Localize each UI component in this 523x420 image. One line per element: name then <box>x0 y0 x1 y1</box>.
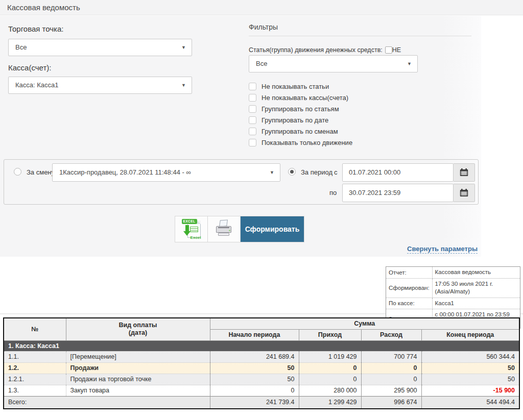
info-value: Кассовая ведомость <box>432 267 520 279</box>
page-title: Кассовая ведомость <box>7 3 80 12</box>
total-label: Всего: <box>4 396 210 409</box>
table-row: 1.2. Продажи 50 0 0 50 <box>4 362 519 374</box>
group-by-shift-checkbox[interactable] <box>249 128 256 135</box>
printer-icon <box>214 219 234 239</box>
hide-cash-accounts-checkbox[interactable] <box>249 94 256 102</box>
cell-end: 50 <box>421 362 519 374</box>
cell-end: 50 <box>421 374 519 385</box>
date-to-calendar-button[interactable] <box>454 184 475 202</box>
filter-option-label: Не показывать кассы(счета) <box>262 94 348 102</box>
group-by-article-checkbox[interactable] <box>249 105 256 113</box>
cell-name: Закуп товара <box>66 385 210 396</box>
col-payment-header: Вид оплаты (дата) <box>66 318 210 340</box>
filter-option-label: Группировать по дате <box>262 116 328 124</box>
cell-income: 1 019 429 <box>299 351 361 362</box>
chevron-down-icon: ▼ <box>181 39 186 56</box>
chevron-down-icon: ▼ <box>181 77 186 93</box>
store-select-value: Все <box>15 43 27 51</box>
cell-num: 1.3. <box>4 385 66 396</box>
filter-option-row: Не показывать кассы(счета) <box>249 94 348 102</box>
store-label: Торговая точка: <box>8 24 64 33</box>
filter-option-label: Группировать по сменам <box>262 128 338 135</box>
filter-option-row: Группировать по статьям <box>249 105 339 113</box>
by-period-label: За период <box>301 168 332 176</box>
info-value: 17:05 30 июля 2021 г. (Asia/Almaty) <box>432 278 520 298</box>
generate-button[interactable]: Сформировать <box>241 216 304 242</box>
table-row: 1.2.1. Продажи на торговой точке 50 0 0 … <box>4 374 519 385</box>
chevron-down-icon: ▼ <box>407 56 412 72</box>
cell-expense: 700 774 <box>361 351 421 362</box>
article-select[interactable]: Все ▼ <box>249 55 418 72</box>
date-from-label: с <box>334 168 338 176</box>
col-end-header: Конец периода <box>421 329 519 340</box>
excel-icon: EXCEL Excel <box>181 218 202 240</box>
excel-word: Excel <box>191 235 201 240</box>
cash-select-value: Касса: Касса1 <box>15 81 59 89</box>
cell-num: 1.2.1. <box>4 374 66 385</box>
filters-heading: Фильтры <box>249 23 471 36</box>
info-row: Отчет: Кассовая ведомость <box>386 267 520 279</box>
cell-expense: 0 <box>361 374 421 385</box>
by-period-radio[interactable] <box>288 168 296 176</box>
filter-option-label: Группировать по статьям <box>262 105 339 113</box>
table-header-row: № Вид оплаты (дата) Сумма <box>4 318 519 329</box>
info-label: По кассе: <box>386 298 433 309</box>
col-income-header: Приход <box>299 329 361 340</box>
print-button[interactable] <box>208 216 241 242</box>
excel-badge: EXCEL <box>182 219 197 224</box>
cell-start: 0 <box>210 385 299 396</box>
shift-select[interactable]: 1Кассир-продавец, 28.07.2021 11:48:44 - … <box>52 163 280 182</box>
export-excel-button[interactable]: EXCEL Excel <box>175 216 208 242</box>
group-by-date-checkbox[interactable] <box>249 116 256 124</box>
report-table: № Вид оплаты (дата) Сумма Начало периода… <box>3 317 520 409</box>
date-from-calendar-button[interactable] <box>454 163 475 182</box>
filter-option-row: Показывать только движение <box>249 139 352 146</box>
date-to-input[interactable]: 30.07.2021 23:59 <box>342 184 454 202</box>
page: Кассовая ведомость Торговая точка: Все ▼… <box>0 0 523 420</box>
info-label: Отчет: <box>386 267 433 279</box>
col-start-header: Начало периода <box>210 329 299 340</box>
section-row: 1. Касса: Касса1 <box>4 340 519 351</box>
cash-label: Касса(счет): <box>8 63 51 72</box>
info-value: Касса1 <box>432 298 520 309</box>
info-label: Сформирован: <box>386 278 433 298</box>
cell-income: 0 <box>299 374 361 385</box>
filter-option-label: Показывать только движение <box>262 139 352 146</box>
date-from-input[interactable]: 01.07.2021 00:00 <box>342 163 454 182</box>
cell-income: 0 <box>299 362 361 374</box>
cell-name: Продажи <box>66 362 210 374</box>
total-end: 544 494.4 <box>421 396 519 409</box>
filter-option-row: Группировать по дате <box>249 116 328 124</box>
store-select[interactable]: Все ▼ <box>8 39 192 56</box>
by-shift-label: За смену <box>27 168 55 176</box>
collapse-parameters-link[interactable]: Свернуть параметры <box>358 245 478 253</box>
hide-articles-checkbox[interactable] <box>249 83 256 90</box>
date-to-label: по <box>329 189 337 196</box>
cell-end: 560 344.4 <box>421 351 519 362</box>
filter-option-row: Не показывать статьи <box>249 83 329 90</box>
cell-num: 1.2. <box>4 362 66 374</box>
filter-option-row: Группировать по сменам <box>249 128 338 135</box>
calendar-icon <box>460 189 468 197</box>
col-sum-header: Сумма <box>210 318 519 329</box>
total-row: Всего: 241 739.4 1 299 429 996 674 544 4… <box>4 396 519 409</box>
cell-start: 50 <box>210 374 299 385</box>
cell-end-negative: -15 900 <box>421 385 519 396</box>
article-select-value: Все <box>256 60 267 67</box>
by-shift-radio[interactable] <box>14 168 21 176</box>
cell-expense: 295 900 <box>361 385 421 396</box>
period-box: За смену 1Кассир-продавец, 28.07.2021 11… <box>4 159 479 205</box>
info-row: По кассе: Касса1 <box>386 298 520 309</box>
cell-income: 280 000 <box>299 385 361 396</box>
info-row: Сформирован: 17:05 30 июля 2021 г. (Asia… <box>386 278 520 298</box>
not-checkbox[interactable] <box>385 46 392 54</box>
page-header: Кассовая ведомость <box>0 0 523 15</box>
calendar-icon <box>460 168 468 177</box>
total-expense: 996 674 <box>361 396 421 409</box>
total-start: 241 739.4 <box>210 396 299 409</box>
shift-select-value: 1Кассир-продавец, 28.07.2021 11:48:44 - … <box>59 168 191 176</box>
cash-select[interactable]: Касса: Касса1 ▼ <box>8 77 192 94</box>
show-only-movement-checkbox[interactable] <box>249 139 256 146</box>
article-label: Статья(группа) движения денежных средств… <box>249 46 383 54</box>
table-row: 1.1. [Перемещение] 241 689.4 1 019 429 7… <box>4 351 519 362</box>
